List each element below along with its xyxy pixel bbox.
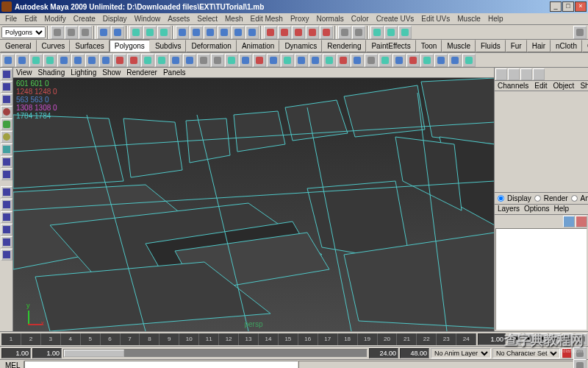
shelf-button-7[interactable] xyxy=(99,54,112,67)
mask-icon[interactable] xyxy=(190,26,203,39)
shelf-tab-surfaces[interactable]: Surfaces xyxy=(70,40,109,52)
select-hier-icon[interactable] xyxy=(129,26,143,39)
minimize-button[interactable]: _ xyxy=(550,1,562,12)
anim-layer-dropdown[interactable]: No Anim Layer xyxy=(431,348,491,358)
shelf-button-1[interactable] xyxy=(15,54,29,67)
shelf-tab-muscle[interactable]: Muscle xyxy=(442,40,476,52)
shelf-button-23[interactable] xyxy=(323,54,336,67)
shelf-button-29[interactable] xyxy=(406,54,420,67)
menu-color[interactable]: Color xyxy=(348,14,373,24)
shelf-tab-curves[interactable]: Curves xyxy=(37,40,71,52)
layout-custom-icon[interactable] xyxy=(1,249,12,261)
layers-menu-options[interactable]: Options xyxy=(524,205,549,214)
layer-list[interactable] xyxy=(495,228,587,330)
shelf-button-32[interactable] xyxy=(448,54,462,67)
mask-icon[interactable] xyxy=(204,26,217,39)
shelf-tab-animation[interactable]: Animation xyxy=(237,40,279,52)
shelf-tab-fluids[interactable]: Fluids xyxy=(476,40,506,52)
shelf-button-20[interactable] xyxy=(281,54,294,67)
shelf-tab-custom[interactable]: Custom xyxy=(582,40,588,52)
shelf-button-30[interactable] xyxy=(420,54,434,67)
soft-mod-icon[interactable] xyxy=(1,156,12,168)
vp-menu-view[interactable]: View xyxy=(16,68,32,77)
shelf-button-18[interactable] xyxy=(253,54,266,67)
timeline-track[interactable]: 123456789101112131415161718192021222324 xyxy=(1,333,476,345)
snap-live-icon[interactable] xyxy=(320,26,333,39)
shelf-button-31[interactable] xyxy=(434,54,448,67)
menu-display[interactable]: Display xyxy=(99,14,131,24)
shelf-tab-hair[interactable]: Hair xyxy=(527,40,551,52)
menu-mesh[interactable]: Mesh xyxy=(221,14,246,24)
anim-end-field[interactable] xyxy=(400,348,429,358)
shelf-button-16[interactable] xyxy=(225,54,238,67)
shelf-button-19[interactable] xyxy=(267,54,280,67)
move-tool-icon[interactable] xyxy=(1,106,12,118)
select-comp-icon[interactable] xyxy=(157,26,171,39)
channel-menu-channels[interactable]: Channels xyxy=(496,81,530,91)
shelf-button-8[interactable] xyxy=(113,54,126,67)
anim-start-field[interactable] xyxy=(1,348,31,358)
select-tool-icon[interactable] xyxy=(1,68,12,80)
select-obj-icon[interactable] xyxy=(143,26,157,39)
menu-file[interactable]: File xyxy=(1,14,21,24)
menu-normals[interactable]: Normals xyxy=(313,14,348,24)
scale-tool-icon[interactable] xyxy=(1,131,12,143)
menu-create[interactable]: Create xyxy=(70,14,99,24)
channel-box-toggle-icon[interactable] xyxy=(495,68,507,80)
snap-point-icon[interactable] xyxy=(292,26,305,39)
shelf-button-5[interactable] xyxy=(71,54,85,67)
display-radio[interactable] xyxy=(498,195,504,202)
playback-start-field[interactable] xyxy=(32,348,62,358)
render-icon[interactable] xyxy=(370,26,384,39)
tool-settings-toggle-icon[interactable] xyxy=(533,68,545,80)
mask-icon[interactable] xyxy=(232,26,245,39)
redo-icon[interactable] xyxy=(111,26,124,39)
mask-icon[interactable] xyxy=(176,26,189,39)
menu-proxy[interactable]: Proxy xyxy=(287,14,313,24)
shelf-button-26[interactable] xyxy=(365,54,378,67)
shelf-tab-subdivs[interactable]: Subdivs xyxy=(150,40,187,52)
shelf-button-6[interactable] xyxy=(85,54,98,67)
shelf-button-24[interactable] xyxy=(337,54,350,67)
rotate-tool-icon[interactable] xyxy=(1,118,12,130)
shelf-button-33[interactable] xyxy=(462,54,476,67)
shelf-tab-general[interactable]: General xyxy=(0,40,37,52)
shelf-button-9[interactable] xyxy=(127,54,140,67)
mask-icon[interactable] xyxy=(245,26,259,39)
menu-window[interactable]: Window xyxy=(131,14,165,24)
layout-single-icon[interactable] xyxy=(1,186,12,198)
shelf-button-12[interactable] xyxy=(169,54,182,67)
shelf-tab-ncloth[interactable]: nCloth xyxy=(551,40,582,52)
menu-edit-mesh[interactable]: Edit Mesh xyxy=(246,14,286,24)
paint-select-icon[interactable] xyxy=(1,93,12,105)
playback-end-field[interactable] xyxy=(369,348,398,358)
vp-menu-show[interactable]: Show xyxy=(102,68,121,77)
layout-two-icon[interactable] xyxy=(1,211,12,223)
range-slider-track[interactable] xyxy=(63,349,368,358)
channel-menu-show[interactable]: Show xyxy=(578,81,588,91)
file-new-icon[interactable] xyxy=(51,26,64,39)
vp-menu-lighting[interactable]: Lighting xyxy=(71,68,96,77)
layers-menu-help[interactable]: Help xyxy=(553,205,569,214)
shelf-tab-fur[interactable]: Fur xyxy=(506,40,527,52)
menu-help[interactable]: Help xyxy=(484,14,507,24)
shelf-button-28[interactable] xyxy=(392,54,406,67)
menu-set-dropdown[interactable]: Polygons xyxy=(1,26,46,38)
shelf-button-11[interactable] xyxy=(155,54,168,67)
history-icon[interactable] xyxy=(338,26,351,39)
shelf-button-2[interactable] xyxy=(29,54,43,67)
layout-custom-icon[interactable] xyxy=(1,236,12,248)
shelf-button-25[interactable] xyxy=(351,54,364,67)
shelf-button-14[interactable] xyxy=(197,54,210,67)
mask-icon[interactable] xyxy=(218,26,231,39)
shelf-tab-rendering[interactable]: Rendering xyxy=(322,40,366,52)
shelf-button-17[interactable] xyxy=(239,54,252,67)
shelf-button-15[interactable] xyxy=(211,54,224,67)
show-manip-icon[interactable] xyxy=(1,169,12,180)
script-editor-icon[interactable] xyxy=(573,359,587,369)
menu-edit-uvs[interactable]: Edit UVs xyxy=(417,14,453,24)
menu-select[interactable]: Select xyxy=(193,14,221,24)
file-open-icon[interactable] xyxy=(65,26,78,39)
shelf-tab-polygons[interactable]: Polygons xyxy=(110,40,150,52)
shelf-button-3[interactable] xyxy=(43,54,57,67)
